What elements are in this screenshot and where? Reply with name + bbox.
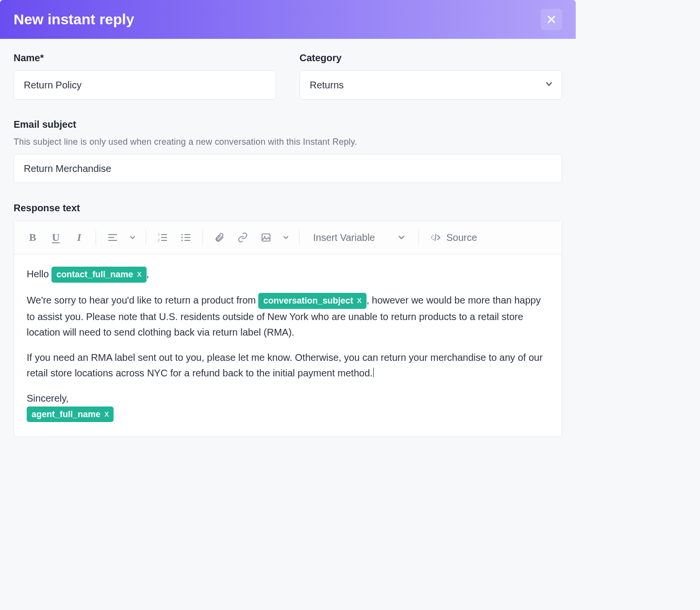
- email-subject-section: Email subject This subject line is only …: [14, 119, 562, 183]
- category-select[interactable]: [300, 70, 562, 100]
- toolbar-separator: [299, 230, 300, 245]
- name-category-row: Name* Category: [14, 52, 562, 100]
- variable-chip-subject[interactable]: conversation_subjectX: [258, 293, 366, 309]
- chevron-down-icon: [283, 235, 289, 240]
- chip-label: contact_full_name: [56, 268, 133, 282]
- modal-body: Name* Category Email subject This subjec…: [0, 39, 576, 451]
- toolbar-separator: [96, 230, 96, 245]
- variable-chip-contact[interactable]: contact_full_nameX: [51, 267, 146, 283]
- attachment-button[interactable]: [209, 227, 230, 248]
- email-subject-input[interactable]: [14, 154, 562, 183]
- image-dropdown[interactable]: [279, 227, 293, 248]
- close-icon: [547, 15, 556, 24]
- category-select-wrap: [300, 70, 562, 100]
- svg-point-2: [182, 234, 183, 236]
- chip-remove-icon[interactable]: X: [356, 295, 363, 306]
- editor-toolbar: B U I 12: [14, 221, 562, 254]
- new-instant-reply-modal: New instant reply Name* Category Ema: [0, 0, 576, 451]
- align-dropdown[interactable]: [125, 227, 140, 248]
- insert-variable-button[interactable]: Insert Variable: [305, 227, 413, 248]
- chevron-down-icon: [130, 235, 135, 240]
- para1-before: We're sorry to hear you'd like to return…: [27, 295, 258, 305]
- toolbar-separator: [202, 230, 203, 245]
- italic-button[interactable]: I: [68, 227, 90, 248]
- svg-text:2: 2: [158, 238, 160, 242]
- unordered-list-button[interactable]: [175, 227, 197, 248]
- source-button[interactable]: Source: [425, 227, 482, 248]
- greeting-suffix: ,: [147, 269, 150, 279]
- email-subject-label: Email subject: [14, 119, 562, 130]
- editor-content[interactable]: Hello contact_full_nameX, We're sorry to…: [14, 254, 562, 437]
- insert-variable-label: Insert Variable: [313, 232, 375, 243]
- align-left-icon: [107, 232, 118, 243]
- para2: If you need an RMA label sent out to you…: [27, 352, 543, 378]
- ordered-list-icon: 12: [157, 232, 168, 243]
- chevron-down-icon: [398, 234, 405, 241]
- link-button[interactable]: [232, 227, 253, 248]
- source-label: Source: [446, 232, 477, 243]
- modal-header: New instant reply: [0, 0, 576, 39]
- unordered-list-icon: [180, 232, 192, 243]
- svg-point-4: [182, 240, 183, 241]
- name-input[interactable]: [14, 70, 276, 100]
- category-label: Category: [300, 52, 562, 64]
- greeting-prefix: Hello: [27, 269, 51, 279]
- source-icon: [430, 232, 441, 243]
- name-field: Name*: [14, 52, 276, 100]
- response-text-section: Response text B U I 12: [14, 203, 562, 437]
- toolbar-separator: [418, 230, 419, 245]
- paperclip-icon: [214, 232, 225, 243]
- close-button[interactable]: [541, 9, 562, 30]
- image-icon: [261, 232, 271, 243]
- bold-button[interactable]: B: [22, 227, 43, 248]
- modal-title: New instant reply: [14, 11, 134, 28]
- variable-chip-agent[interactable]: agent_full_nameX: [27, 407, 114, 423]
- svg-text:1: 1: [158, 233, 160, 236]
- ordered-list-button[interactable]: 12: [152, 227, 173, 248]
- svg-point-3: [182, 237, 183, 238]
- name-label: Name*: [14, 52, 276, 64]
- chip-remove-icon[interactable]: X: [103, 409, 110, 420]
- toolbar-separator: [146, 230, 146, 245]
- chip-label: agent_full_name: [32, 407, 100, 422]
- signoff: Sincerely,: [27, 390, 549, 406]
- image-button[interactable]: [255, 227, 277, 248]
- link-icon: [237, 232, 248, 243]
- chip-remove-icon[interactable]: X: [136, 269, 142, 280]
- response-text-label: Response text: [14, 203, 562, 214]
- category-field: Category: [300, 52, 562, 100]
- underline-button[interactable]: U: [45, 227, 67, 248]
- align-button[interactable]: [102, 227, 123, 248]
- email-subject-help: This subject line is only used when crea…: [14, 137, 562, 147]
- rich-text-editor: B U I 12: [14, 220, 562, 437]
- chip-label: conversation_subject: [263, 294, 353, 308]
